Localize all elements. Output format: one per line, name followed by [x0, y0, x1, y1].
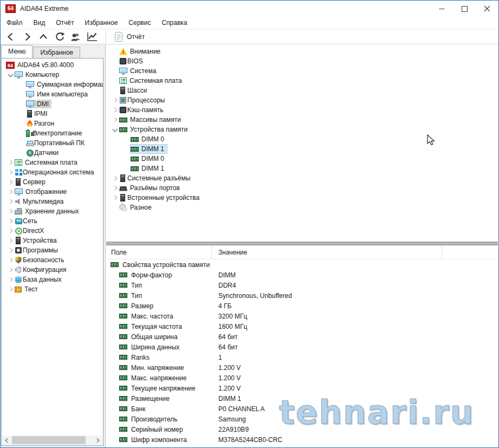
table-row[interactable]: Мин. напряжение 1.200 V — [106, 362, 498, 373]
tree-item[interactable]: DIMM 1 — [111, 164, 498, 173]
table-row[interactable]: Тип DDR4 — [106, 280, 498, 290]
back-button[interactable] — [3, 30, 19, 43]
tree-item-cell[interactable]: DMI — [26, 100, 51, 108]
table-row[interactable]: Макс. частота 3200 МГц — [106, 311, 498, 321]
report-button[interactable]: Отчёт — [110, 30, 149, 43]
table-row[interactable]: Размер 4 ГБ — [106, 301, 498, 311]
tree-item-cell[interactable]: Разгон — [26, 119, 57, 128]
expand-arrow-icon[interactable] — [6, 70, 15, 80]
expand-arrow-icon[interactable] — [17, 109, 26, 119]
up-button[interactable] — [35, 30, 51, 43]
tree-item[interactable]: Массивы памяти — [111, 115, 498, 125]
table-row[interactable]: Шифр компонента M378A5244CB0-CRC — [106, 434, 498, 445]
tree-item[interactable]: Операционная система — [6, 167, 103, 177]
tree-item-cell[interactable]: Программы — [15, 246, 61, 255]
tree-item-cell[interactable]: DIMM 1 — [131, 145, 167, 153]
panel-splitter[interactable] — [106, 242, 498, 245]
expand-arrow-icon[interactable] — [17, 128, 26, 138]
tree-item-cell[interactable]: IPMI — [26, 109, 50, 118]
tree-item[interactable]: Системная плата — [111, 76, 498, 86]
tree-item[interactable]: Внимание — [111, 47, 498, 56]
tree-item-cell[interactable]: Кэш-память — [119, 106, 166, 114]
expand-arrow-icon[interactable] — [17, 99, 26, 109]
tree-item-cell[interactable]: DIMM 1 — [131, 164, 167, 173]
expand-arrow-icon[interactable] — [6, 255, 15, 265]
column-header-field[interactable]: Поле — [106, 245, 212, 259]
tree-item-cell[interactable]: Массивы памяти — [119, 115, 184, 124]
tree-item[interactable]: DMI — [6, 99, 103, 109]
expand-arrow-icon[interactable] — [111, 193, 119, 203]
menu-view[interactable]: Вид — [28, 17, 51, 28]
tree-item[interactable]: Устройства — [6, 236, 103, 245]
tree-item-cell[interactable]: Датчики — [26, 148, 61, 157]
expand-arrow-icon[interactable] — [111, 173, 119, 183]
tree-item[interactable]: Разъёмы портов — [111, 183, 498, 193]
tree-item[interactable]: Разгон — [6, 119, 103, 128]
tree-item-cell[interactable]: Мультимедиа — [15, 197, 66, 206]
forward-button[interactable] — [19, 30, 35, 43]
menu-help[interactable]: Справка — [156, 17, 192, 28]
tree-item[interactable]: Разное — [111, 203, 498, 212]
table-row[interactable]: Серийный номер 22A910B9 — [106, 424, 498, 434]
expand-arrow-icon[interactable] — [122, 144, 131, 154]
tree-item[interactable]: Системные разъёмы — [111, 173, 498, 183]
tree-item[interactable]: База данных — [6, 275, 103, 284]
tree-item-cell[interactable]: База данных — [15, 275, 64, 284]
tree-item[interactable]: Суммарная информация — [6, 80, 103, 89]
tab-menu[interactable]: Меню — [1, 45, 33, 58]
tree-item-cell[interactable]: Имя компьютера — [26, 90, 90, 99]
tree-item-cell[interactable]: Портативный ПК — [26, 139, 87, 147]
tree-item-cell[interactable]: Процессоры — [119, 96, 168, 105]
tree-item[interactable]: Устройства памяти — [111, 125, 498, 134]
tree-item-cell[interactable]: Сеть — [15, 217, 40, 225]
tree-item[interactable]: DIMM 0 — [111, 134, 498, 144]
expand-arrow-icon[interactable] — [6, 167, 15, 177]
tree-item-cell[interactable]: Внимание — [119, 47, 163, 56]
table-row[interactable]: Текущее напряжение 1.200 V — [106, 383, 498, 393]
tree-item-cell[interactable]: Устройства памяти — [119, 125, 190, 134]
expand-arrow-icon[interactable] — [111, 95, 119, 105]
tree-item-cell[interactable]: DIMM 0 — [131, 154, 167, 163]
tree-item[interactable]: Программы — [6, 245, 103, 255]
expand-arrow-icon[interactable] — [17, 148, 26, 158]
tree-item-cell[interactable]: Конфигурация — [15, 265, 69, 274]
refresh-button[interactable] — [51, 30, 68, 43]
expand-arrow-icon[interactable] — [111, 115, 119, 125]
tree-item-cell[interactable]: Шасси — [119, 86, 150, 95]
expand-arrow-icon[interactable] — [6, 158, 15, 167]
table-row[interactable]: Банк P0 CHANNEL A — [106, 404, 498, 414]
tree-item-cell[interactable]: Система — [119, 67, 159, 75]
expand-arrow-icon[interactable] — [111, 76, 119, 86]
expand-arrow-icon[interactable] — [6, 187, 15, 197]
tree-item-cell[interactable]: Разъёмы портов — [119, 184, 183, 192]
expand-arrow-icon[interactable] — [6, 197, 15, 206]
menu-report[interactable]: Отчёт — [50, 17, 79, 28]
horizontal-scrollbar[interactable] — [2, 436, 102, 445]
table-row[interactable]: Текущая частота 1600 МГц — [106, 321, 498, 332]
tree-item[interactable]: DirectX — [6, 226, 103, 236]
expand-arrow-icon[interactable] — [17, 80, 26, 89]
expand-arrow-icon[interactable] — [111, 66, 119, 76]
expand-arrow-icon[interactable] — [17, 138, 26, 148]
scroll-right-icon[interactable] — [93, 436, 102, 445]
tree-item-cell[interactable]: Тест — [15, 285, 41, 294]
tree-item[interactable]: IPMI — [6, 109, 103, 119]
column-header-value[interactable]: Значение — [212, 245, 442, 259]
expand-arrow-icon[interactable] — [111, 86, 119, 95]
expand-arrow-icon[interactable] — [6, 265, 15, 275]
tree-item-cell[interactable]: Системные разъёмы — [119, 174, 193, 183]
tree-item-cell[interactable]: Безопасность — [15, 256, 67, 264]
expand-arrow-icon[interactable] — [6, 236, 15, 245]
tree-item-cell[interactable]: Устройства — [15, 236, 60, 245]
tree-item[interactable]: Сеть — [6, 216, 103, 226]
tree-item[interactable]: Процессоры — [111, 95, 498, 105]
tree-item-cell[interactable]: Встроенные устройства — [119, 193, 202, 202]
expand-arrow-icon[interactable] — [6, 177, 15, 187]
tree-item-cell[interactable]: Отображение — [15, 187, 69, 196]
tree-item[interactable]: DIMM 1 — [111, 144, 498, 154]
menu-file[interactable]: Файл — [1, 17, 28, 28]
expand-arrow-icon[interactable] — [6, 206, 15, 216]
tree-item[interactable]: Система — [111, 66, 498, 76]
tree-item-cell[interactable]: Электропитание — [26, 129, 85, 138]
tree-item[interactable]: Шасси — [111, 86, 498, 95]
